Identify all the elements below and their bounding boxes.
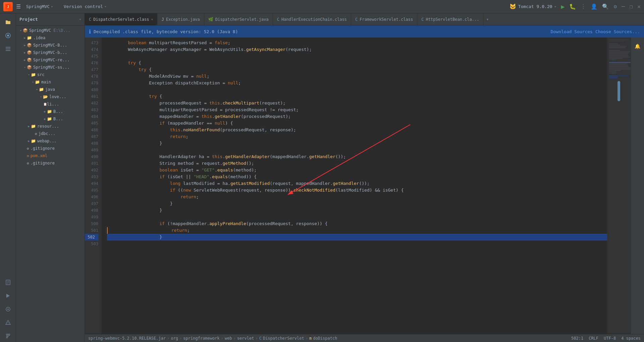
status-web[interactable]: web — [225, 336, 232, 341]
right-icon-notifications[interactable]: 🔔 — [632, 40, 644, 52]
tab-dispatcher-class[interactable]: C DispatcherServlet.class ✕ — [85, 13, 157, 25]
code-editor: 473 474 475 476 477 478 479 480 481 482 … — [85, 38, 644, 334]
tree-item-b2-class[interactable]: ▶ 📁 B... — [16, 115, 85, 123]
sidebar-icon-git[interactable] — [2, 330, 14, 342]
code-line-486: this.noHandlerFound(processedRequest, re… — [107, 127, 607, 133]
tab-icon-class: C — [89, 17, 91, 22]
svg-point-3 — [7, 35, 9, 37]
project-dropdown-arrow[interactable]: ▾ — [51, 5, 53, 8]
sidebar-icon-run[interactable] — [2, 290, 14, 302]
code-line-491: String method = request.getMethod(); — [107, 160, 607, 167]
sidebar-icon-debug[interactable] — [2, 303, 14, 315]
status-method[interactable]: doDispatch — [313, 336, 337, 341]
info-icon: ℹ — [89, 28, 91, 35]
status-method-icon: m — [309, 336, 312, 341]
tree-item-resources[interactable]: ▶ 📁 resour... — [16, 123, 85, 130]
cursor-position[interactable]: 502:1 — [571, 336, 583, 341]
code-line-492: boolean isGet = "GET".equals(method); — [107, 167, 607, 174]
tree-item-love[interactable]: ▾ 📂 love... — [16, 93, 85, 100]
search-icon[interactable]: 🔍 — [602, 3, 609, 10]
minimize-button[interactable]: ─ — [622, 3, 625, 10]
code-line-496: return; — [107, 194, 607, 200]
tree-item-java[interactable]: ▾ 📁 java — [16, 86, 85, 93]
tab-dispatcher-java[interactable]: 🌿 DispatcherServlet.java — [204, 13, 273, 25]
maximize-button[interactable]: ❐ — [630, 3, 633, 10]
tab-http-servlet[interactable]: C HttpServletBean.cla... — [417, 13, 483, 25]
tab-handler-chain[interactable]: C HandlerExecutionChain.class — [273, 13, 351, 25]
tab-framework-servlet[interactable]: C FrameworkServlet.class — [351, 13, 417, 25]
tab-label-handler: HandlerExecutionChain.class — [281, 17, 347, 22]
tab-close-dispatcher[interactable]: ✕ — [151, 17, 153, 21]
tab-icon-class2: C — [277, 17, 279, 22]
status-servlet[interactable]: servlet — [237, 336, 254, 341]
tree-item-li[interactable]: 📋 li... — [16, 100, 85, 108]
profile-icon[interactable]: 👤 — [591, 3, 597, 10]
minimap[interactable] — [607, 38, 631, 334]
tab-exception-java[interactable]: J Exception.java — [157, 13, 204, 25]
tomcat-dropdown[interactable]: ▾ — [554, 5, 556, 8]
project-name[interactable]: SpringMVC — [26, 4, 50, 9]
tree-item-gitignore1[interactable]: ▶ ⊘ .gitignore — [16, 145, 85, 152]
choose-sources-link[interactable]: Choose Sources... — [595, 29, 640, 34]
svg-point-17 — [8, 334, 10, 335]
sidebar-icon-folder[interactable] — [2, 16, 14, 28]
status-org[interactable]: org — [171, 336, 178, 341]
close-button[interactable]: ✕ — [637, 3, 641, 10]
tab-icon-class3: C — [355, 17, 358, 22]
tree-item-springmvc-b2[interactable]: ▶ 📦 SpringMVC-b... — [16, 49, 85, 56]
status-springframework[interactable]: springframework — [183, 336, 219, 341]
info-text: Decompiled .class file, bytecode version… — [94, 29, 548, 34]
title-bar: J ☰ SpringMVC ▾ Version control ▾ 🐱 Tomc… — [0, 0, 644, 13]
tree-item-pom[interactable]: ▶ m pom.xml — [16, 152, 85, 159]
tree-item-idea[interactable]: ▶ 📁 .idea — [16, 34, 85, 42]
tree-item-jdbc[interactable]: ▶ ⊘ jdbc... — [16, 130, 85, 137]
tree-item-gitignore2[interactable]: ▶ ⊘ .gitignore — [16, 159, 85, 167]
content-area: C DispatcherServlet.class ✕ J Exception.… — [85, 13, 644, 342]
debug-icon[interactable]: 🐛 — [569, 3, 576, 10]
info-banner: ℹ Decompiled .class file, bytecode versi… — [85, 25, 644, 38]
status-dispatcher[interactable]: DispatcherServlet — [263, 336, 304, 341]
tab-label-framework: FrameworkServlet.class — [360, 17, 413, 22]
project-tree: ▾ 📦 SpringMVC E:\D... ▶ 📁 .idea ▶ 📦 Spri… — [16, 25, 85, 342]
code-line-502: } — [107, 234, 607, 241]
encoding[interactable]: UTF-8 — [604, 336, 616, 341]
code-line-481: try { — [107, 93, 607, 100]
download-sources-link[interactable]: Download Sources — [551, 29, 593, 34]
code-line-499 — [107, 214, 607, 220]
code-line-475 — [107, 53, 607, 60]
status-class-icon: C — [259, 336, 262, 341]
sidebar-icon-problems[interactable] — [2, 317, 14, 329]
sidebar-icon-bookmarks[interactable] — [2, 29, 14, 42]
code-line-489 — [107, 147, 607, 153]
sidebar-icon-structure[interactable] — [2, 43, 14, 55]
tomcat-icon: 🐱 — [509, 3, 516, 10]
code-line-484: mappedHandler = this.getHandler(processe… — [107, 113, 607, 120]
sidebar-icon-todo[interactable] — [2, 276, 14, 288]
tree-item-src[interactable]: ▾ 📁 src — [16, 71, 85, 78]
hamburger-menu[interactable]: ☰ — [16, 3, 21, 10]
code-line-477: try { — [107, 66, 607, 73]
run-button[interactable]: ▶ — [561, 3, 565, 10]
tree-item-springmvc-re[interactable]: ▶ 📦 SpringMVC-re... — [16, 56, 85, 64]
code-line-476: try { — [107, 60, 607, 66]
tree-item-springmvc-ss[interactable]: ▾ 📦 SpringMVC-ss... — [16, 64, 85, 71]
code-line-490: HandlerAdapter ha = this.getHandlerAdapt… — [107, 153, 607, 160]
settings-icon[interactable]: ⚙ — [613, 3, 617, 10]
status-jar[interactable]: spring-webmvc-5.2.10.RELEASE.jar — [88, 336, 166, 341]
tab-overflow-button[interactable]: ▾ — [483, 13, 491, 25]
more-icon[interactable]: ⋮ — [581, 3, 586, 10]
svg-text:J: J — [7, 5, 9, 9]
tree-item-springmvc[interactable]: ▾ 📦 SpringMVC E:\D... — [16, 27, 85, 34]
code-content[interactable]: boolean multipartRequestParsed = false; … — [102, 38, 607, 334]
indent-style[interactable]: 4 spaces — [621, 336, 641, 341]
tree-item-webapp[interactable]: ▶ 📁 webap... — [16, 137, 85, 145]
tree-item-main[interactable]: ▾ 📁 main — [16, 78, 85, 86]
version-control-dropdown[interactable]: ▾ — [104, 5, 106, 8]
project-header-arrow[interactable]: ▾ — [79, 17, 81, 21]
version-control-label[interactable]: Version control — [64, 4, 103, 9]
tree-item-springmvc-b1[interactable]: ▶ 📦 SpringMVC-B... — [16, 42, 85, 49]
line-ending[interactable]: CRLF — [589, 336, 598, 341]
code-line-485: if (mappedHandler == null) { — [107, 120, 607, 127]
tree-item-b1-class[interactable]: ▶ 📁 B... — [16, 108, 85, 115]
code-line-493: if (isGet || "HEAD".equals(method)) { — [107, 174, 607, 180]
